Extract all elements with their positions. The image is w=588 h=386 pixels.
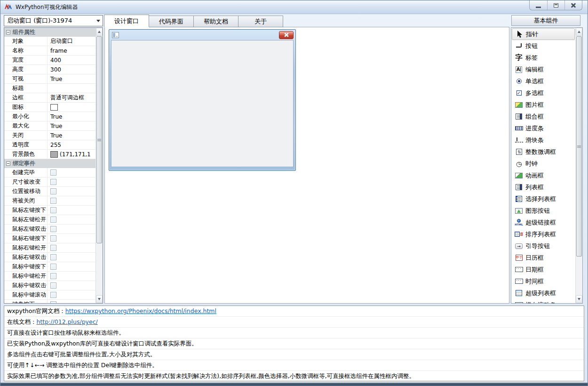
property-value[interactable]	[48, 103, 95, 112]
palette-item[interactable]: 列表框	[511, 181, 575, 193]
palette-item[interactable]: 选择列表框	[511, 193, 575, 205]
palette-item[interactable]: ··· 横向滚动条	[511, 299, 575, 303]
palette-item[interactable]: ✓ 多选框	[511, 87, 575, 99]
palette-item[interactable]: 图形按钮	[511, 205, 575, 217]
event-checkbox[interactable]	[50, 292, 56, 298]
palette-item[interactable]: 进度条	[511, 122, 575, 134]
palette-item[interactable]: → 引导按钮	[511, 240, 575, 252]
event-checkbox[interactable]	[50, 254, 56, 260]
event-checkbox[interactable]	[50, 273, 56, 279]
palette-item[interactable]: 按钮	[511, 40, 575, 52]
date-icon: ···	[514, 267, 524, 272]
palette-item-label: 动画框	[525, 171, 544, 180]
chevron-down-icon[interactable]	[94, 16, 103, 26]
property-value[interactable]: (171,171,1	[48, 150, 95, 159]
event-checkbox[interactable]	[50, 264, 56, 270]
event-checkbox[interactable]	[50, 282, 56, 289]
help-text: wxpython官网文档：	[7, 307, 65, 314]
palette-item[interactable]: HTML 超级链接框	[511, 217, 575, 228]
scroll-thumb[interactable]	[96, 36, 102, 243]
component-palette: 指针 按钮 字 标签 A 编辑框 单选框 ✓	[511, 27, 583, 304]
property-label: 最小化	[4, 112, 48, 121]
event-checkbox[interactable]	[50, 179, 56, 185]
property-value[interactable]: 300	[48, 65, 95, 74]
color-swatch[interactable]	[50, 151, 58, 158]
property-value[interactable]: 普通可调边框	[48, 93, 95, 102]
palette-item-label: 图形按钮	[525, 207, 550, 215]
minimize-button[interactable]	[530, 0, 547, 10]
scroll-up-arrow[interactable]	[576, 28, 582, 36]
property-value[interactable]: 启动窗口	[48, 37, 95, 46]
object-selector-value: 启动窗口 (窗口)-31974	[7, 16, 72, 25]
tab-label: 代码界面	[159, 17, 183, 26]
palette-header-button[interactable]: 基本组件	[511, 15, 580, 26]
property-value[interactable]: True	[48, 131, 95, 140]
palette-item[interactable]: 超级列表框	[511, 287, 575, 299]
scroll-up-arrow[interactable]	[96, 28, 103, 36]
palette-item[interactable]: ··· 日期框	[511, 264, 575, 275]
wizard-button-icon: →	[514, 243, 524, 249]
property-label: 图标	[4, 103, 48, 112]
palette-item[interactable]: 组合框	[511, 111, 575, 122]
palette-item[interactable]: 字 标签	[511, 52, 575, 64]
collapse-icon[interactable]	[6, 30, 10, 34]
palette-item[interactable]: ⇅ 排序列表框	[511, 228, 575, 240]
event-checkbox[interactable]	[50, 235, 56, 241]
palette-item[interactable]: ⇅ 整数微调框	[511, 146, 575, 158]
property-value[interactable]: True	[48, 74, 95, 83]
property-value[interactable]: frame	[48, 46, 95, 55]
property-row: 图标	[4, 103, 95, 112]
palette-item[interactable]: 图片框	[511, 99, 575, 111]
tab[interactable]: 设计窗口	[104, 15, 149, 27]
event-checkbox[interactable]	[50, 301, 56, 303]
design-preview-window[interactable]	[109, 29, 296, 171]
event-row: 键盘按下	[4, 300, 95, 303]
help-link[interactable]: http://012.plus/pyec/	[37, 318, 98, 325]
palette-item-label: 横向滚动条	[525, 301, 556, 304]
design-canvas[interactable]	[104, 27, 509, 304]
property-panel: 组件属性 对象 启动窗口 名称 frame	[4, 27, 103, 304]
property-value[interactable]: 400	[48, 56, 95, 64]
event-checkbox[interactable]	[50, 245, 56, 251]
collapse-icon[interactable]	[6, 161, 10, 166]
event-checkbox[interactable]	[50, 169, 56, 176]
event-row: 鼠标中键松开	[4, 272, 95, 281]
event-checkbox[interactable]	[50, 226, 56, 232]
palette-item[interactable]: 动画框	[511, 169, 575, 181]
palette-item[interactable]: 甲子 日历框	[511, 252, 575, 264]
event-checkbox[interactable]	[50, 198, 56, 204]
palette-item[interactable]: 单选框	[511, 75, 575, 87]
close-button[interactable]	[564, 0, 582, 10]
property-row: 关闭 True	[4, 131, 95, 140]
palette-item[interactable]: ··· 时间框	[511, 275, 575, 287]
property-value[interactable]: True	[48, 121, 95, 130]
tab[interactable]: 关于	[238, 16, 283, 27]
preview-client-area[interactable]	[111, 40, 294, 167]
property-value[interactable]: True	[48, 112, 95, 121]
palette-item[interactable]: 指针	[512, 28, 575, 40]
maximize-button[interactable]	[547, 0, 564, 10]
palette-item-label: 滑块条	[525, 136, 544, 145]
palette-item[interactable]: ◷ 时钟	[511, 158, 575, 169]
palette-item[interactable]: 滑块条	[511, 134, 575, 146]
tab-label: 关于	[254, 17, 267, 26]
object-selector[interactable]: 启动窗口 (窗口)-31974	[4, 15, 103, 26]
tab[interactable]: 代码界面	[149, 16, 194, 27]
property-value[interactable]	[48, 84, 95, 93]
property-value[interactable]: 255	[48, 140, 95, 149]
tab[interactable]: 帮助文档	[193, 16, 238, 27]
color-swatch[interactable]	[50, 104, 58, 111]
event-label: 鼠标左键松开	[4, 215, 48, 224]
scroll-down-arrow[interactable]	[96, 295, 103, 303]
scroll-down-arrow[interactable]	[576, 295, 582, 303]
event-checkbox[interactable]	[50, 188, 56, 194]
event-checkbox[interactable]	[50, 217, 56, 223]
scroll-thumb[interactable]	[576, 36, 582, 257]
palette-item[interactable]: A 编辑框	[511, 64, 575, 75]
preview-close-button[interactable]	[279, 31, 294, 39]
property-scrollbar[interactable]	[95, 28, 103, 303]
event-checkbox[interactable]	[50, 207, 56, 213]
help-text: 可直接在设计窗口按住移动鼠标来框选组件。	[7, 329, 125, 336]
help-link[interactable]: https://wxpython.org/Phoenix/docs/html/i…	[65, 307, 216, 314]
palette-scrollbar[interactable]	[575, 28, 582, 303]
